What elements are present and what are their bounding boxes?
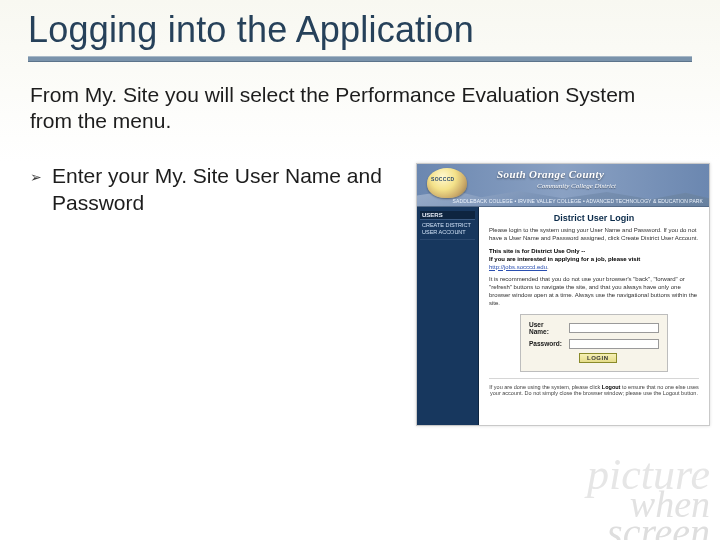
footnote-bold: Logout: [602, 384, 621, 390]
password-input[interactable]: [569, 339, 659, 349]
title-area: Logging into the Application: [0, 0, 720, 68]
title-underline: [28, 56, 692, 62]
banner-title: South Orange County: [497, 168, 604, 180]
banner: South Orange County Community College Di…: [417, 164, 709, 207]
login-button-row: LOGIN: [529, 353, 659, 363]
district-seal-icon: [427, 168, 467, 198]
district-only-note: This site is for District Use Only -- If…: [489, 248, 699, 271]
apply-lead: If you are interested in applying for a …: [489, 256, 640, 262]
intro-text: From My. Site you will select the Perfor…: [0, 68, 680, 136]
username-label: User Name:: [529, 321, 565, 335]
embedded-screenshot: South Orange County Community College Di…: [416, 163, 710, 426]
ghost-words: picture when screen: [587, 456, 720, 540]
arrow-bullet-icon: ➢: [30, 169, 42, 187]
ghost-word-2: when: [587, 488, 710, 520]
bullet-column: ➢ Enter your My. Site User Name and Pass…: [30, 163, 400, 426]
login-button[interactable]: LOGIN: [579, 353, 617, 363]
logout-footnote: If you are done using the system, please…: [489, 378, 699, 398]
jobs-link[interactable]: http://jobs.socccd.edu: [489, 264, 547, 270]
slide: Logging into the Application From My. Si…: [0, 0, 720, 540]
sidebar: USERS CREATE DISTRICT USER ACCOUNT: [417, 207, 479, 425]
username-row: User Name:: [529, 321, 659, 335]
panel-title: District User Login: [489, 213, 699, 223]
login-instructions: Please login to the system using your Us…: [489, 227, 699, 243]
browser-recommendation: It is recommended that you do not use yo…: [489, 276, 699, 307]
password-label: Password:: [529, 340, 565, 347]
bullet-text: Enter your My. Site User Name and Passwo…: [52, 163, 400, 216]
content-row: ➢ Enter your My. Site User Name and Pass…: [0, 135, 720, 426]
username-input[interactable]: [569, 323, 659, 333]
bullet-item: ➢ Enter your My. Site User Name and Pass…: [30, 163, 400, 216]
apply-trail: .: [547, 264, 549, 270]
ghost-word-1: picture: [587, 456, 710, 493]
screenshot-body: USERS CREATE DISTRICT USER ACCOUNT Distr…: [417, 207, 709, 425]
ghost-word-3: screen: [587, 516, 710, 540]
banner-subtitle: Community College District: [537, 182, 616, 190]
district-only-bold: This site is for District Use Only --: [489, 248, 585, 254]
sidebar-item-create-account[interactable]: CREATE DISTRICT USER ACCOUNT: [420, 220, 475, 240]
sidebar-header: USERS: [420, 211, 475, 220]
banner-colleges-line: SADDLEBACK COLLEGE • IRVINE VALLEY COLLE…: [453, 198, 703, 204]
login-box: User Name: Password: LOGIN: [520, 314, 668, 372]
page-title: Logging into the Application: [28, 10, 692, 50]
main-panel: District User Login Please login to the …: [479, 207, 709, 425]
screenshot-column: South Orange County Community College Di…: [400, 163, 710, 426]
footnote-lead: If you are done using the system, please…: [489, 384, 602, 390]
password-row: Password:: [529, 339, 659, 349]
